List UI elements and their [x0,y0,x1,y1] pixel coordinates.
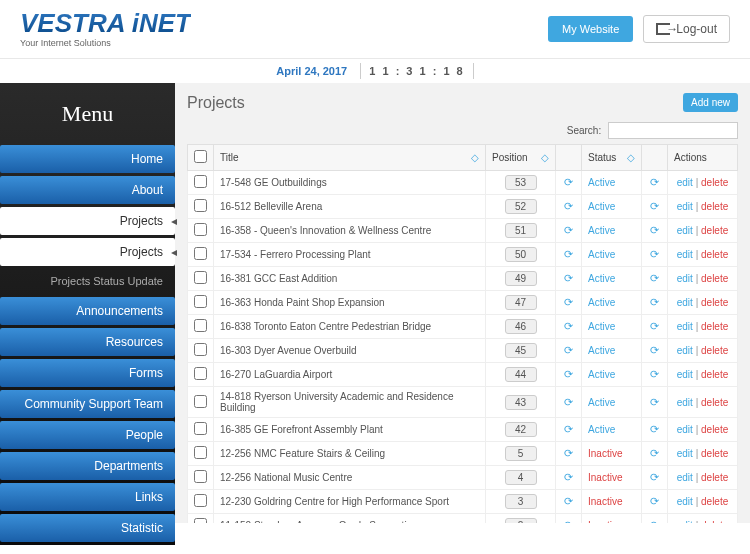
sort-icon[interactable]: ◇ [627,152,635,163]
refresh-icon[interactable]: ⟳ [564,248,573,260]
col-title[interactable]: Title [220,152,239,163]
row-checkbox[interactable] [194,422,207,435]
sidebar-item-departments[interactable]: Departments [0,452,175,480]
edit-link[interactable]: edit [677,448,693,459]
status-badge[interactable]: Inactive [588,448,622,459]
sidebar-item-people[interactable]: People [0,421,175,449]
sort-icon[interactable]: ◇ [471,152,479,163]
refresh-icon[interactable]: ⟳ [650,320,659,332]
status-badge[interactable]: Active [588,201,615,212]
refresh-icon[interactable]: ⟳ [564,200,573,212]
delete-link[interactable]: delete [701,201,728,212]
sidebar-item-forms[interactable]: Forms [0,359,175,387]
edit-link[interactable]: edit [677,345,693,356]
refresh-icon[interactable]: ⟳ [650,495,659,507]
status-badge[interactable]: Inactive [588,520,622,523]
edit-link[interactable]: edit [677,297,693,308]
edit-link[interactable]: edit [677,424,693,435]
refresh-icon[interactable]: ⟳ [650,272,659,284]
refresh-icon[interactable]: ⟳ [564,471,573,483]
edit-link[interactable]: edit [677,472,693,483]
refresh-icon[interactable]: ⟳ [650,296,659,308]
edit-link[interactable]: edit [677,321,693,332]
delete-link[interactable]: delete [701,345,728,356]
status-badge[interactable]: Active [588,249,615,260]
refresh-icon[interactable]: ⟳ [564,495,573,507]
edit-link[interactable]: edit [677,496,693,507]
row-checkbox[interactable] [194,367,207,380]
row-checkbox[interactable] [194,446,207,459]
row-checkbox[interactable] [194,247,207,260]
delete-link[interactable]: delete [701,520,728,523]
sidebar-item-resources[interactable]: Resources [0,328,175,356]
delete-link[interactable]: delete [701,397,728,408]
refresh-icon[interactable]: ⟳ [650,519,659,523]
refresh-icon[interactable]: ⟳ [564,519,573,523]
status-badge[interactable]: Active [588,177,615,188]
sidebar-item-home[interactable]: Home [0,145,175,173]
logout-button[interactable]: Log-out [643,15,730,43]
delete-link[interactable]: delete [701,177,728,188]
row-checkbox[interactable] [194,295,207,308]
edit-link[interactable]: edit [677,397,693,408]
sidebar-item-about[interactable]: About [0,176,175,204]
edit-link[interactable]: edit [677,225,693,236]
row-checkbox[interactable] [194,199,207,212]
sidebar-item-community-support-team[interactable]: Community Support Team [0,390,175,418]
refresh-icon[interactable]: ⟳ [564,320,573,332]
refresh-icon[interactable]: ⟳ [564,447,573,459]
row-checkbox[interactable] [194,175,207,188]
refresh-icon[interactable]: ⟳ [564,368,573,380]
refresh-icon[interactable]: ⟳ [650,344,659,356]
refresh-icon[interactable]: ⟳ [650,224,659,236]
sidebar-sub-item[interactable]: Projects Status Update [0,269,175,297]
refresh-icon[interactable]: ⟳ [564,296,573,308]
refresh-icon[interactable]: ⟳ [564,344,573,356]
col-status[interactable]: Status [588,152,616,163]
row-checkbox[interactable] [194,395,207,408]
row-checkbox[interactable] [194,494,207,507]
col-position[interactable]: Position [492,152,528,163]
delete-link[interactable]: delete [701,424,728,435]
delete-link[interactable]: delete [701,225,728,236]
status-badge[interactable]: Active [588,321,615,332]
status-badge[interactable]: Active [588,297,615,308]
delete-link[interactable]: delete [701,472,728,483]
row-checkbox[interactable] [194,518,207,523]
delete-link[interactable]: delete [701,297,728,308]
sidebar-item-announcements[interactable]: Announcements [0,297,175,325]
delete-link[interactable]: delete [701,369,728,380]
my-website-button[interactable]: My Website [548,16,633,42]
delete-link[interactable]: delete [701,496,728,507]
refresh-icon[interactable]: ⟳ [650,423,659,435]
sidebar-item-statistic[interactable]: Statistic [0,514,175,542]
refresh-icon[interactable]: ⟳ [650,176,659,188]
refresh-icon[interactable]: ⟳ [564,176,573,188]
row-checkbox[interactable] [194,343,207,356]
edit-link[interactable]: edit [677,249,693,260]
status-badge[interactable]: Active [588,397,615,408]
refresh-icon[interactable]: ⟳ [650,248,659,260]
refresh-icon[interactable]: ⟳ [650,471,659,483]
edit-link[interactable]: edit [677,369,693,380]
add-new-button[interactable]: Add new [683,93,738,112]
search-input[interactable] [608,122,738,139]
edit-link[interactable]: edit [677,273,693,284]
edit-link[interactable]: edit [677,177,693,188]
refresh-icon[interactable]: ⟳ [650,396,659,408]
edit-link[interactable]: edit [677,201,693,212]
delete-link[interactable]: delete [701,321,728,332]
status-badge[interactable]: Active [588,225,615,236]
status-badge[interactable]: Active [588,345,615,356]
status-badge[interactable]: Active [588,369,615,380]
row-checkbox[interactable] [194,223,207,236]
refresh-icon[interactable]: ⟳ [650,447,659,459]
status-badge[interactable]: Active [588,273,615,284]
row-checkbox[interactable] [194,319,207,332]
refresh-icon[interactable]: ⟳ [650,368,659,380]
row-checkbox[interactable] [194,470,207,483]
row-checkbox[interactable] [194,271,207,284]
status-badge[interactable]: Inactive [588,472,622,483]
status-badge[interactable]: Inactive [588,496,622,507]
delete-link[interactable]: delete [701,448,728,459]
